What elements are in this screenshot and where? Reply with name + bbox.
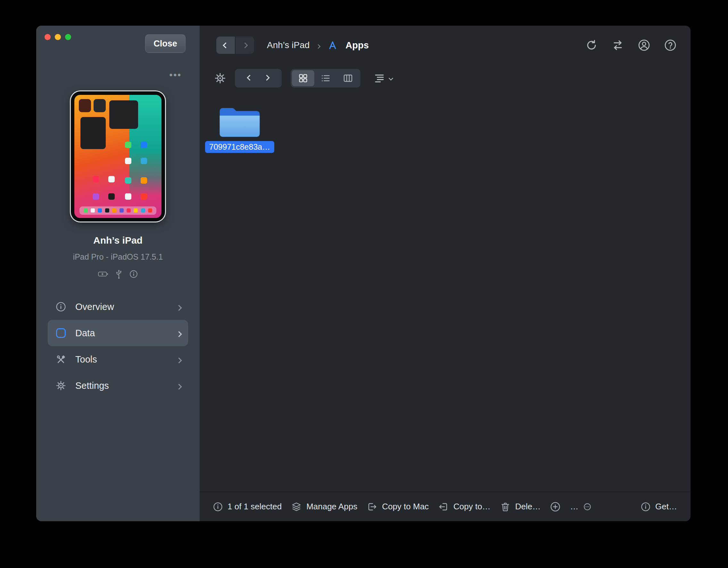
forward-button[interactable] — [236, 37, 254, 54]
trash-icon — [500, 502, 510, 512]
app-window: Close ••• — [36, 26, 691, 521]
device-status-row — [36, 269, 200, 279]
wallpaper-app-icon — [108, 193, 115, 200]
copy-to-label: Copy to… — [453, 502, 491, 512]
sidebar: Close ••• — [36, 26, 200, 521]
minimize-window-button[interactable] — [55, 34, 61, 40]
main-header: Anh’s iPad Apps — [200, 26, 691, 65]
breadcrumb: Anh’s iPad Apps — [267, 39, 369, 51]
breadcrumb-section[interactable]: Apps — [345, 40, 369, 51]
app-store-icon — [327, 39, 338, 51]
history-navigation — [216, 37, 254, 54]
info-circle-icon — [641, 502, 650, 512]
plus-circle-icon — [550, 502, 560, 512]
more-actions-button[interactable]: … — [570, 502, 591, 512]
statusbar: 1 of 1 selected Manage Apps — [200, 492, 691, 521]
header-actions — [585, 39, 676, 51]
wallpaper-app-icon — [125, 158, 131, 164]
wallpaper-app-icon — [141, 142, 147, 148]
sidebar-menu: Overview Data — [48, 294, 188, 399]
get-info-button[interactable]: Get… — [641, 502, 677, 512]
grid-view-button[interactable] — [292, 70, 314, 86]
gear-icon[interactable] — [214, 72, 226, 84]
help-icon[interactable] — [664, 39, 676, 51]
device-name: Anh’s iPad — [36, 235, 200, 246]
wallpaper-app-icon — [125, 193, 131, 200]
more-actions-label: … — [570, 502, 578, 512]
selection-count-label: 1 of 1 selected — [227, 502, 282, 512]
wallpaper-tile — [79, 99, 91, 112]
file-browser-content: 709971c8e83a… — [200, 92, 691, 492]
tools-icon — [55, 354, 67, 365]
folder-item[interactable]: 709971c8e83a… — [202, 104, 277, 153]
battery-charging-icon — [98, 271, 108, 277]
transfer-icon[interactable] — [612, 39, 624, 51]
copy-to-mac-label: Copy to Mac — [382, 502, 429, 512]
gear-icon — [55, 381, 67, 391]
account-icon[interactable] — [638, 39, 650, 51]
wallpaper-app-icon — [93, 176, 99, 182]
back-button[interactable] — [216, 37, 235, 54]
wallpaper-app-icon — [141, 177, 147, 184]
list-view-button[interactable] — [314, 70, 337, 86]
window-controls — [45, 34, 71, 40]
info-circle-icon[interactable] — [213, 502, 223, 512]
wallpaper-app-icon — [125, 177, 131, 184]
copy-to-device-button[interactable]: Copy to… — [438, 502, 491, 512]
refresh-icon[interactable] — [585, 39, 598, 51]
sidebar-item-overview[interactable]: Overview — [48, 294, 188, 320]
zoom-window-button[interactable] — [65, 34, 71, 40]
device-wallpaper — [74, 95, 161, 218]
folder-label[interactable]: 709971c8e83a… — [205, 141, 274, 153]
device-preview-image — [71, 91, 165, 221]
manage-apps-label: Manage Apps — [306, 502, 357, 512]
column-view-button[interactable] — [337, 70, 359, 86]
sort-options-button[interactable] — [374, 73, 393, 84]
sidebar-item-label: Data — [75, 328, 95, 339]
usb-connection-icon — [115, 269, 122, 279]
chevron-right-icon — [177, 381, 181, 391]
breadcrumb-device[interactable]: Anh’s iPad — [267, 40, 310, 50]
desktop-background: Close ••• — [0, 0, 728, 568]
add-button[interactable] — [550, 502, 560, 512]
info-circle-icon[interactable] — [129, 270, 138, 278]
info-circle-icon — [55, 302, 67, 312]
wallpaper-app-icon — [141, 158, 147, 164]
main-panel: Anh’s iPad Apps — [200, 26, 691, 521]
wallpaper-tile — [94, 99, 106, 112]
chat-bubble-icon — [583, 503, 591, 511]
sidebar-item-settings[interactable]: Settings — [48, 373, 188, 399]
sort-list-icon — [374, 73, 385, 84]
get-label: Get… — [655, 502, 677, 512]
chevron-right-icon — [177, 302, 181, 312]
sidebar-item-label: Tools — [75, 354, 97, 365]
sidebar-item-label: Overview — [75, 302, 114, 312]
copy-to-mac-button[interactable]: Copy to Mac — [367, 502, 429, 512]
sidebar-item-label: Settings — [75, 381, 109, 391]
chevron-right-icon — [317, 40, 320, 50]
wallpaper-dock — [79, 206, 156, 215]
navigate-forward-button[interactable] — [265, 75, 269, 81]
export-icon — [367, 502, 377, 512]
more-options-icon[interactable]: ••• — [170, 70, 182, 80]
close-window-button[interactable] — [45, 34, 51, 40]
chevron-down-icon — [389, 75, 393, 81]
sidebar-item-tools[interactable]: Tools — [48, 346, 188, 373]
selection-status: 1 of 1 selected — [213, 502, 282, 512]
data-square-icon — [55, 328, 67, 338]
wallpaper-tile — [109, 100, 138, 128]
wallpaper-app-icon — [93, 193, 99, 200]
view-mode-switcher — [291, 69, 360, 87]
close-button[interactable]: Close — [145, 34, 186, 53]
delete-button[interactable]: Dele… — [500, 502, 541, 512]
manage-apps-button[interactable]: Manage Apps — [291, 502, 357, 512]
delete-label: Dele… — [515, 502, 541, 512]
navigate-back-button[interactable] — [248, 75, 252, 81]
chevron-right-icon — [177, 354, 181, 365]
layers-icon — [291, 502, 302, 512]
chevron-right-icon — [177, 328, 181, 339]
sidebar-item-data[interactable]: Data — [48, 320, 188, 346]
wallpaper-app-icon — [108, 176, 115, 182]
wallpaper-tile — [80, 117, 106, 149]
device-model: iPad Pro - iPadOS 17.5.1 — [36, 252, 200, 261]
